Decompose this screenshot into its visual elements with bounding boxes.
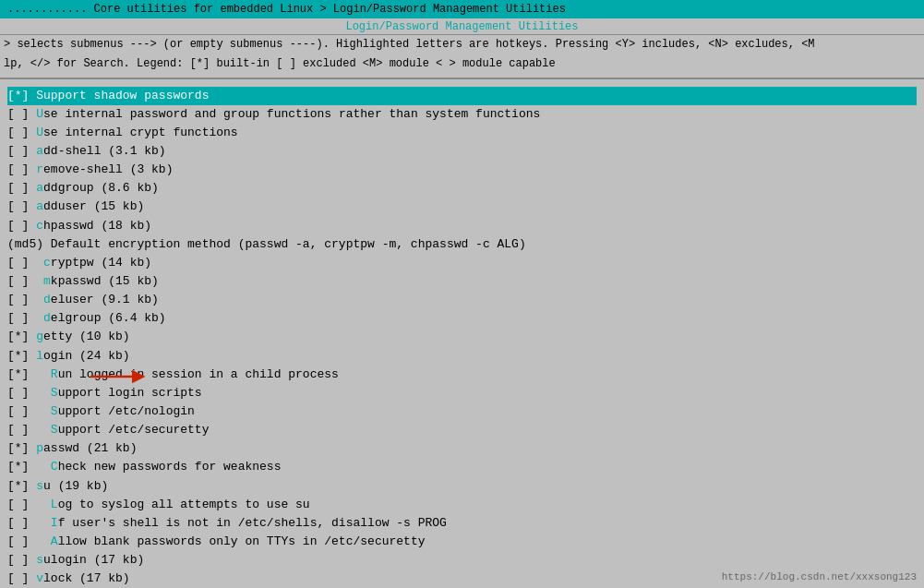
info-text-2: lp, </> for Search. Legend: [*] built-in… (4, 57, 556, 70)
top-bar: ............ Core utilities for embedded… (0, 0, 924, 18)
menu-item-18[interactable]: [ ] Support /etc/securetty (7, 421, 917, 439)
divider (0, 78, 924, 79)
menu-item-22[interactable]: [ ] Log to syslog all attempts to use su (7, 496, 917, 514)
menu-list: [*] Support shadow passwords[ ] Use inte… (7, 87, 917, 588)
red-arrow-indicator (90, 367, 146, 390)
menu-item-6[interactable]: [ ] adduser (15 kb) (7, 198, 917, 216)
menu-item-19[interactable]: [*] passwd (21 kb) (7, 439, 917, 458)
top-bar-text: ............ Core utilities for embedded… (7, 3, 566, 16)
terminal-window: ............ Core utilities for embedded… (0, 0, 924, 588)
menu-item-9[interactable]: [ ] cryptpw (14 kb) (7, 254, 917, 272)
menu-item-0[interactable]: [*] Support shadow passwords (7, 87, 917, 105)
menu-item-8[interactable]: (md5) Default encryption method (passwd … (7, 235, 917, 254)
menu-item-13[interactable]: [*] getty (10 kb) (7, 328, 917, 346)
menu-item-12[interactable]: [ ] delgroup (6.4 kb) (7, 309, 917, 328)
content-area[interactable]: [*] Support shadow passwords[ ] Use inte… (0, 83, 924, 588)
watermark-text: https://blog.csdn.net/xxxsong123 (722, 571, 917, 582)
menu-item-20[interactable]: [*] Check new passwords for weakness (7, 458, 917, 476)
menu-item-4[interactable]: [ ] remove-shell (3 kb) (7, 161, 917, 179)
menu-item-3[interactable]: [ ] add-shell (3.1 kb) (7, 142, 917, 161)
breadcrumb-text: Login/Password Management Utilities (345, 20, 578, 33)
menu-item-23[interactable]: [ ] If user's shell is not in /etc/shell… (7, 514, 917, 533)
menu-item-21[interactable]: [*] su (19 kb) (7, 477, 917, 496)
menu-item-7[interactable]: [ ] chpasswd (18 kb) (7, 217, 917, 235)
breadcrumb: Login/Password Management Utilities (0, 18, 924, 35)
menu-item-25[interactable]: [ ] sulogin (17 kb) (7, 551, 917, 570)
menu-item-2[interactable]: [ ] Use internal crypt functions (7, 124, 917, 142)
watermark: https://blog.csdn.net/xxxsong123 (722, 571, 917, 582)
menu-item-17[interactable]: [ ] Support /etc/nologin (7, 402, 917, 421)
menu-item-14[interactable]: [*] login (24 kb) (7, 347, 917, 366)
menu-item-24[interactable]: [ ] Allow blank passwords only on TTYs i… (7, 533, 917, 551)
menu-item-10[interactable]: [ ] mkpasswd (15 kb) (7, 272, 917, 291)
info-line-1: > selects submenus ---> (or empty submen… (0, 35, 924, 54)
info-line-2: lp, </> for Search. Legend: [*] built-in… (0, 54, 924, 74)
menu-item-1[interactable]: [ ] Use internal password and group func… (7, 105, 917, 124)
info-text-1: > selects submenus ---> (or empty submen… (4, 38, 815, 51)
menu-item-11[interactable]: [ ] deluser (9.1 kb) (7, 291, 917, 309)
menu-item-5[interactable]: [ ] addgroup (8.6 kb) (7, 179, 917, 198)
